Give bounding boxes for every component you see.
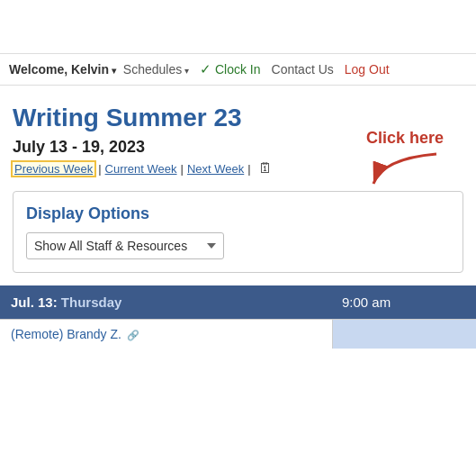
schedule-time-cell — [333, 320, 476, 349]
navbar: Welcome, Kelvin Schedules ✓ Clock In Con… — [0, 54, 476, 86]
schedules-menu[interactable]: Schedules — [123, 62, 189, 77]
click-here-label: Click here — [366, 129, 444, 148]
staff-resources-dropdown[interactable]: Show All Staff & Resources — [26, 232, 224, 259]
display-options-section: Display Options Show All Staff & Resourc… — [13, 191, 463, 273]
staff-link[interactable]: (Remote) Brandy Z. — [11, 327, 121, 341]
table-row: (Remote) Brandy Z. 🔗 — [0, 319, 476, 349]
date-range: July 13 - 19, 2023 — [13, 138, 145, 157]
top-header-area — [0, 0, 476, 54]
day-name-text: Thursday — [61, 294, 122, 310]
calendar-icon[interactable]: 🗓 — [258, 160, 273, 177]
checkmark-icon: ✓ — [200, 61, 211, 77]
current-week-link[interactable]: Current Week — [105, 162, 177, 176]
clockin-link[interactable]: ✓ Clock In — [200, 61, 261, 77]
click-here-annotation: Click here — [364, 129, 445, 190]
day-label: Jul. 13: — [11, 294, 58, 310]
logout-link[interactable]: Log Out — [345, 62, 390, 77]
arrow-icon — [364, 149, 445, 190]
separator-3: | — [247, 162, 250, 176]
schedule-time-header: 9:00 am — [333, 285, 476, 319]
main-content: Writing Summer 23 July 13 - 19, 2023 Cli… — [0, 86, 476, 273]
external-link-icon: 🔗 — [127, 330, 139, 340]
contact-link[interactable]: Contact Us — [272, 62, 334, 77]
date-row: July 13 - 19, 2023 Click here — [13, 138, 463, 157]
previous-week-link[interactable]: Previous Week — [13, 162, 94, 176]
schedule-header-row: Jul. 13: Thursday 9:00 am — [0, 285, 476, 319]
welcome-menu[interactable]: Welcome, Kelvin — [9, 62, 116, 77]
schedule-table: Jul. 13: Thursday 9:00 am (Remote) Brand… — [0, 285, 476, 349]
schedule-staff-cell: (Remote) Brandy Z. 🔗 — [0, 320, 333, 349]
separator-1: | — [98, 162, 101, 176]
schedule-day-header: Jul. 13: Thursday — [0, 285, 333, 319]
display-options-title: Display Options — [26, 204, 450, 223]
next-week-link[interactable]: Next Week — [187, 162, 244, 176]
separator-2: | — [181, 162, 184, 176]
